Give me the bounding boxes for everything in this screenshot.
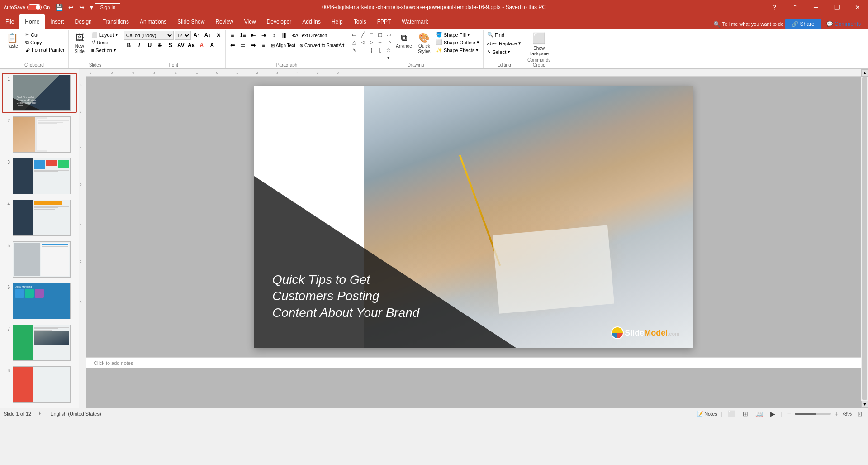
normal-view-button[interactable]: ⬜ [726,410,737,417]
shape-rounded[interactable]: ▢ [376,31,384,38]
zoom-in-button[interactable]: + [833,410,840,417]
slide-thumb-8[interactable]: 8 [2,364,77,404]
shape-rect[interactable]: ▭ [350,31,358,38]
close-button[interactable]: ✕ [847,0,868,14]
format-painter-button[interactable]: 🖌 Format Painter [24,46,66,53]
arrange-button[interactable]: ⧉ Arrange [394,31,414,50]
tab-addins[interactable]: Add-ins [297,14,326,29]
customize-qat-button[interactable]: ▾ [88,3,95,12]
tab-help[interactable]: Help [326,14,348,29]
sign-in-button[interactable]: Sign in [95,3,120,11]
slide-thumb-5[interactable]: 5 [2,240,77,279]
font-name-select[interactable]: Calibri (Body) [124,31,174,40]
shape-bracket[interactable]: [ [376,46,384,53]
slide-thumb-7[interactable]: 7 [2,323,77,363]
save-button[interactable]: 💾 [53,3,65,12]
shape-outline-button[interactable]: ⬜ Shape Outline ▾ [434,38,481,46]
font-color-button[interactable]: A [197,41,207,50]
restore-button[interactable]: ❐ [826,0,847,14]
highlight-button[interactable]: A [207,41,217,50]
shape-curve[interactable]: ∿ [350,46,358,53]
decrease-indent-button[interactable]: ⇤ [248,31,258,40]
change-case-button[interactable]: Aa [186,41,196,50]
align-text-button[interactable]: ⊞ Align Text [269,42,297,49]
shape-rect2[interactable]: □ [367,31,375,38]
line-spacing-button[interactable]: ↕ [269,31,279,40]
notes-area[interactable]: Click to add notes [86,357,861,368]
char-spacing-button[interactable]: AV [176,41,186,50]
text-direction-button[interactable]: ⟲A Text Direction [290,32,329,39]
autosave-control[interactable]: AutoSave On [4,4,50,10]
zoom-out-button[interactable]: − [786,410,793,417]
vertical-scrollbar[interactable]: ▲ ▼ [861,69,868,408]
shape-ltri[interactable]: ▷ [367,38,375,46]
scroll-up-button[interactable]: ▲ [861,69,868,77]
reset-button[interactable]: ↺ Reset [90,38,120,46]
align-right-button[interactable]: ➡ [248,41,258,50]
strikethrough-button[interactable]: S [155,41,165,50]
new-slide-button[interactable]: 🖼 NewSlide [71,31,89,56]
shape-brace[interactable]: { [367,46,375,53]
tab-tools[interactable]: Tools [348,14,372,29]
numbering-button[interactable]: 1≡ [238,31,248,40]
shape-arrow[interactable]: → [376,38,384,46]
slide-thumb-6[interactable]: 6 Digital Marketing [2,281,77,321]
copy-button[interactable]: ⧉ Copy [24,38,66,46]
redo-button[interactable]: ↪ [77,3,86,12]
tab-home[interactable]: Home [19,14,45,29]
shape-fill-button[interactable]: 🪣 Shape Fill ▾ [434,31,481,38]
italic-button[interactable]: I [134,41,144,50]
shape-line[interactable]: ╱ [359,31,367,38]
clear-formatting-button[interactable]: ✕ [213,31,223,40]
notes-button[interactable]: 📝 Notes [697,411,717,417]
tab-view[interactable]: View [239,14,261,29]
tab-insert[interactable]: Insert [45,14,69,29]
shape-arc[interactable]: ⌒ [359,46,367,53]
tab-fppt[interactable]: FPPT [372,14,397,29]
paste-button[interactable]: 📋 Paste [2,31,23,50]
ribbon-display-button[interactable]: ⌃ [785,0,806,14]
find-button[interactable]: 🔍 Find [485,31,506,38]
layout-button[interactable]: ⬜ Layout ▾ [90,31,120,38]
scroll-down-button[interactable]: ▼ [861,401,868,408]
reading-view-button[interactable]: 📖 [754,410,765,417]
fit-to-window-button[interactable]: ⊡ [855,410,864,417]
align-left-button[interactable]: ⬅ [228,41,237,50]
undo-button[interactable]: ↩ [66,3,76,12]
text-shadow-button[interactable]: S [166,41,175,50]
tab-animations[interactable]: Animations [134,14,172,29]
font-size-select[interactable]: 12 [175,31,191,40]
slide-thumb-1[interactable]: 1 Quick Tips to GetCustomers PostingCont… [2,73,77,113]
align-center-button[interactable]: ☰ [238,41,248,50]
shape-tri[interactable]: △ [350,38,358,46]
bullets-button[interactable]: ≡ [228,31,237,40]
shape-rtri[interactable]: ◁ [359,38,367,46]
zoom-slider[interactable] [795,413,831,415]
quick-styles-button[interactable]: 🎨 QuickStyles [415,31,433,56]
help-icon[interactable]: ? [764,0,785,14]
shape-effects-button[interactable]: ✨ Shape Effects ▾ [434,46,481,54]
justify-button[interactable]: ≡ [259,41,269,50]
convert-smartart-button[interactable]: ⊛ Convert to SmartArt [298,42,346,49]
comments-button[interactable]: 💬 Comments [823,19,864,29]
slideshow-button[interactable]: ▶ [768,410,777,417]
font-decrease-button[interactable]: A↓ [203,31,213,40]
tab-transitions[interactable]: Transitions [97,14,134,29]
slide-thumb-4[interactable]: 4 [2,198,77,238]
shapes-expand[interactable]: ☆ [384,46,393,53]
underline-button[interactable]: U [145,41,155,50]
tab-slideshow[interactable]: Slide Show [172,14,210,29]
replace-button[interactable]: ab↔ Replace ▾ [485,39,523,47]
slide-thumb-2[interactable]: 2 [2,115,77,154]
share-button[interactable]: 🔗 Share [785,19,821,29]
font-increase-button[interactable]: A↑ [192,31,202,40]
minimize-button[interactable]: ─ [806,0,826,14]
slide-thumb-3[interactable]: 3 [2,156,77,196]
slide-canvas[interactable]: Quick Tips to Get Customers Posting Cont… [254,86,693,348]
shape-more[interactable]: ⬭ [384,31,393,38]
tab-design[interactable]: Design [69,14,97,29]
tab-review[interactable]: Review [210,14,238,29]
autosave-toggle[interactable] [27,4,42,10]
bold-button[interactable]: B [124,41,134,50]
shape-arrow2[interactable]: ⇒ [384,38,393,46]
